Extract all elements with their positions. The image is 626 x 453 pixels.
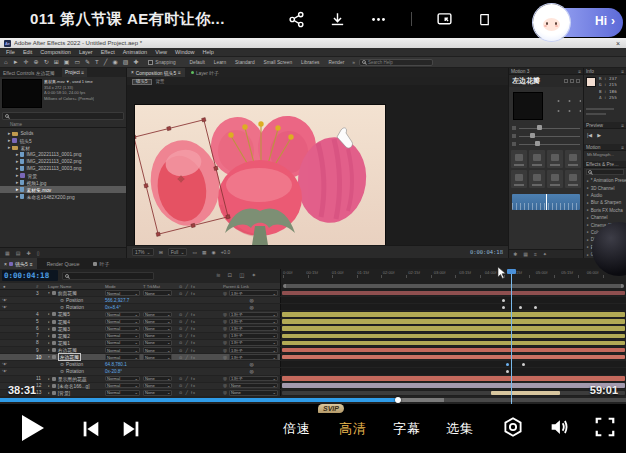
panel-menu-icon[interactable]: ≡ [621, 145, 624, 150]
effects-category[interactable]: ▸Blur & Sharpen [584, 199, 626, 206]
keyframe-icon[interactable] [522, 363, 525, 366]
playhead-handle[interactable] [507, 269, 516, 274]
motion3-timeline-strip[interactable] [512, 194, 580, 210]
more-options-icon[interactable] [370, 11, 387, 28]
project-item[interactable]: ▸素材集.mov [0, 186, 126, 193]
grid-options-icon[interactable]: ⊞ [159, 250, 163, 255]
layer-duration-bar[interactable] [282, 376, 625, 381]
effects-panel-header[interactable]: Effects & Presets [584, 161, 626, 168]
project-item[interactable]: ▸Solids [0, 130, 126, 137]
caret-icon[interactable]: ▸ [48, 377, 50, 381]
new-composition-icon[interactable]: ✚ [26, 250, 30, 256]
workspace-small-screen[interactable]: Small Screen [264, 60, 293, 65]
layer-name-cell[interactable]: ▾前面花瓣 [48, 290, 105, 296]
effects-category[interactable]: ▸Channel [584, 214, 626, 221]
property-name-cell[interactable]: ⊙Position [48, 362, 105, 367]
trkmat-select[interactable]: None⌄ [143, 290, 172, 295]
effects-category[interactable]: ▸Boris FX Mocha [584, 207, 626, 214]
layer-switches[interactable]: ⊙ ╱ fx [175, 312, 223, 317]
motion3-tool-button[interactable] [511, 150, 527, 168]
stopwatch-icon[interactable]: ⊙ [60, 362, 64, 367]
parent-select[interactable]: 1.叶子⌄ [229, 376, 278, 381]
tool-pan-behind-icon[interactable]: ▣ [64, 59, 70, 65]
panel-menu-icon[interactable]: ≡ [81, 70, 84, 75]
workspace-render[interactable]: Render [329, 60, 345, 65]
timeline-layer-row[interactable]: 8▸花瓣1Normal⌄None⌄⊙ ╱ fx◎1.叶子⌄ [0, 340, 626, 347]
layer-duration-bar[interactable] [282, 326, 625, 331]
menu-layer[interactable]: Layer [79, 49, 93, 55]
caret-icon[interactable]: ▸ [48, 312, 50, 316]
pickwhip-icon[interactable]: ◎ [249, 298, 253, 303]
share-icon[interactable] [288, 11, 305, 28]
caret-icon[interactable]: ▸ [48, 327, 50, 331]
property-name-cell[interactable]: ⊙Position [48, 298, 105, 303]
property-name-cell[interactable]: ⊙Rotation [48, 305, 105, 310]
pickwhip-icon[interactable]: ◎ [223, 340, 227, 345]
pickwhip-icon[interactable]: ◎ [249, 362, 253, 367]
layer-switches[interactable]: ⊙ ╱ fx [175, 333, 223, 338]
motion3-layer-field[interactable]: 左边花瓣 [509, 75, 583, 87]
layer-duration-bar[interactable] [282, 341, 625, 346]
property-name[interactable]: Position [66, 298, 83, 303]
stopwatch-icon[interactable]: ⊙ [60, 298, 64, 303]
trkmat-select[interactable]: None⌄ [143, 354, 172, 359]
panel-menu-icon[interactable]: ≡ [621, 69, 624, 74]
tool-shape-icon[interactable]: ▭ [74, 59, 80, 65]
property-name[interactable]: Position [66, 362, 83, 367]
layer-name-cell[interactable]: ▸显示用的花蕊 [48, 376, 105, 382]
layer-switches[interactable]: ⊙ ╱ fx [175, 326, 223, 331]
layer-switches[interactable]: ⊙ ╱ fx [175, 319, 223, 324]
keyframe-nav-icons[interactable]: ‹◆› [2, 305, 7, 309]
layer-duration-bar[interactable] [282, 319, 625, 324]
account-button[interactable]: Hi› [533, 3, 623, 42]
tool-clone-stamp-icon[interactable]: ◉ [112, 59, 117, 65]
motion3-tool-button[interactable] [565, 150, 581, 168]
caret-icon[interactable]: ▸ [48, 348, 50, 352]
motion3-tool-button[interactable] [565, 170, 581, 188]
parent-select[interactable]: 1.叶子⌄ [229, 319, 278, 324]
project-search-box[interactable] [2, 112, 124, 120]
timeline-layer-row[interactable]: 5▸花瓣4Normal⌄None⌄⊙ ╱ fx◎1.叶子⌄ [0, 319, 626, 326]
tool-pen-icon[interactable]: ✎ [85, 59, 90, 65]
workspace-overflow-button[interactable]: » [352, 59, 355, 65]
workspace-libraries[interactable]: Libraries [301, 60, 319, 65]
parent-select[interactable]: 1.叶子⌄ [229, 333, 278, 338]
camera-icon[interactable]: ◉ [212, 250, 216, 255]
property-value[interactable]: 0x-20.8° [105, 369, 122, 374]
motion3-tool-button[interactable] [529, 150, 545, 168]
snapping-toggle[interactable]: Snapping [148, 60, 175, 65]
timeline-layer-row[interactable]: 4▸花瓣5Normal⌄None⌄⊙ ╱ fx◎1.叶子⌄ [0, 311, 626, 318]
resolution-select[interactable]: Full⌄ [168, 248, 188, 256]
layer-name[interactable]: 花瓣3 [58, 326, 70, 332]
timeline-layer-row[interactable]: 10▾左边花瓣Normal⌄None⌄⊙ ╱ fx◎1.叶子⌄ [0, 354, 626, 361]
settings-icon[interactable]: ✱ [513, 251, 517, 257]
pickwhip-icon[interactable]: ◎ [223, 376, 227, 381]
speed-button[interactable]: 倍速 [283, 420, 311, 438]
keyframe-icon[interactable] [519, 306, 522, 309]
comp-timecode[interactable]: 0:00:04:18 [470, 249, 503, 255]
composition-mini-flowchart-icon[interactable]: ≋ [216, 272, 221, 278]
menu-effect[interactable]: Effect [101, 49, 115, 55]
motion3-tool-button[interactable] [547, 150, 563, 168]
trkmat-select[interactable]: None⌄ [143, 376, 172, 381]
layer-name[interactable]: 右边花瓣 [58, 347, 77, 353]
layer-name[interactable]: 花瓣1 [58, 340, 70, 346]
layer-duration-bar[interactable] [282, 348, 625, 353]
timeline-tab-leaf[interactable]: 叶子 [89, 258, 113, 269]
motion3-tool-button[interactable] [547, 170, 563, 188]
layer-name[interactable]: 左边花瓣 [58, 353, 81, 361]
seek-bar[interactable] [0, 398, 626, 402]
motion3-tab-label[interactable]: Motion 3 [511, 69, 529, 74]
episodes-button[interactable]: 选集 [446, 420, 474, 438]
close-icon[interactable]: × [4, 261, 7, 267]
tool-hand-icon[interactable]: ✛ [24, 59, 29, 65]
pickwhip-icon[interactable]: ◎ [223, 355, 227, 360]
tool-eraser-icon[interactable]: ▨ [123, 59, 129, 65]
pickwhip-icon[interactable]: ◎ [223, 312, 227, 317]
interpret-footage-icon[interactable]: ▦ [5, 250, 10, 256]
layer-name[interactable]: 花瓣5 [58, 311, 70, 317]
panel-menu-icon[interactable]: ≡ [178, 70, 181, 75]
property-name-cell[interactable]: ⊙Rotation [48, 369, 105, 374]
timeline-property-row[interactable]: ‹◆›⊙Rotation0x-20.8°◎ [0, 368, 626, 375]
tool-home-icon[interactable]: ⌂ [4, 59, 8, 65]
